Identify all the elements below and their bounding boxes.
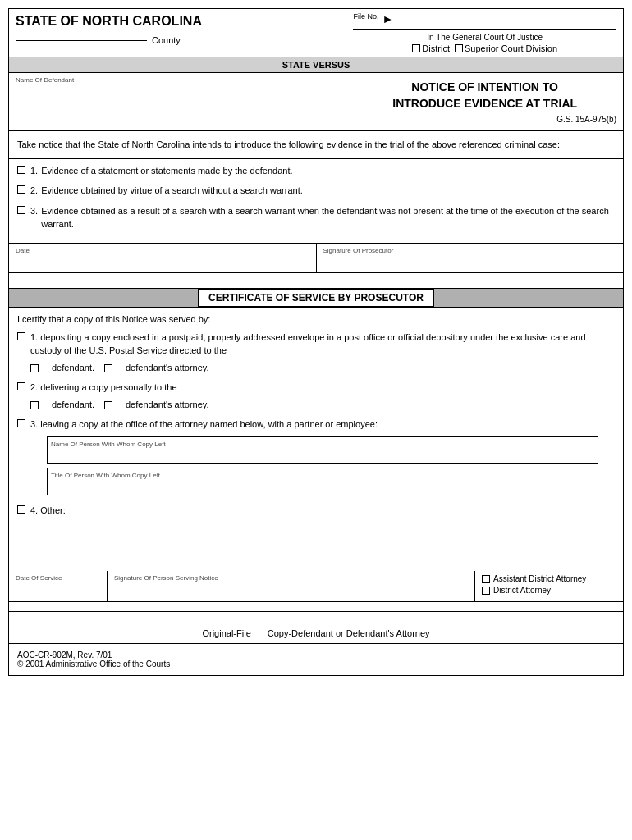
evidence-checkbox-1[interactable] <box>17 166 25 174</box>
evidence-checkbox-2[interactable] <box>17 185 25 194</box>
state-title: STATE OF NORTH CAROLINA <box>16 14 339 29</box>
district-attorney-checkbox[interactable] <box>482 587 490 595</box>
gs-ref: G.S. 15A-975(b) <box>353 115 616 124</box>
cert-1-attorney-label: defendant's attorney. <box>126 361 209 375</box>
certificate-title: CERTIFICATE OF SERVICE BY PROSECUTOR <box>198 289 434 307</box>
asst-district-attorney-label: Assistant District Attorney <box>493 574 586 583</box>
district-label: District <box>422 43 450 53</box>
cert-2-attorney-label: defendant's attorney. <box>126 398 209 412</box>
cert-1-attorney-checkbox[interactable] <box>104 364 112 372</box>
form-id: AOC-CR-902M, Rev. 7/01 <box>17 651 615 660</box>
date-of-service-label: Date Of Service <box>16 574 100 582</box>
notice-title-line2: INTRODUCE EVIDENCE AT TRIAL <box>353 96 616 112</box>
cert-side-right <box>434 289 623 307</box>
file-no-label: File No. <box>353 12 378 21</box>
asst-district-attorney-checkbox[interactable] <box>482 575 490 583</box>
arrow-icon: ► <box>382 12 393 25</box>
cert-number-2: 2. <box>30 382 38 392</box>
evidence-text-2: Evidence obtained by virtue of a search … <box>41 184 303 198</box>
notice-title-line1: NOTICE OF INTENTION TO <box>353 80 616 96</box>
cert-number-3: 3. <box>30 419 38 429</box>
county-label: County <box>152 35 181 45</box>
prosecutor-sig-label: Signature Of Prosecutor <box>323 247 617 254</box>
cert-item-1: 1. depositing a copy enclosed in a postp… <box>17 331 615 375</box>
cert-item-2: 2. delivering a copy personally to the d… <box>17 381 615 411</box>
cert-text-4: Other: <box>40 505 66 515</box>
county-line <box>16 40 147 41</box>
cert-text-3: leaving a copy at the office of the atto… <box>40 419 378 429</box>
title-field-label: Title Of Person With Whom Copy Left <box>51 471 594 481</box>
notice-body-text: Take notice that the State of North Caro… <box>17 139 560 149</box>
cert-intro: I certify that a copy of this Notice was… <box>17 314 615 324</box>
sig-person-label: Signature Of Person Serving Notice <box>114 574 468 582</box>
cert-item-3: 3. leaving a copy at the office of the a… <box>17 418 615 497</box>
cert-checkbox-2[interactable] <box>17 382 25 390</box>
cert-2-attorney-checkbox[interactable] <box>104 401 112 409</box>
cert-1-defendant-label: defendant. <box>52 361 94 375</box>
evidence-text-1: Evidence of a statement or statements ma… <box>41 164 292 178</box>
court-title: In The General Court Of Justice <box>353 33 616 42</box>
cert-checkbox-3[interactable] <box>17 419 25 427</box>
cert-checkbox-1[interactable] <box>17 332 25 340</box>
date-field-label: Date <box>16 247 309 254</box>
copy-option-defendant: Copy-Defendant or Defendant's Attorney <box>268 628 430 638</box>
evidence-number-3: 3. <box>30 204 38 218</box>
cert-checkbox-4[interactable] <box>17 505 25 514</box>
cert-2-defendant-checkbox[interactable] <box>30 401 39 409</box>
defendant-field-label: Name Of Defendant <box>16 76 339 84</box>
evidence-text-3: Evidence obtained as a result of a searc… <box>41 204 615 231</box>
certificate-header: CERTIFICATE OF SERVICE BY PROSECUTOR <box>9 288 623 308</box>
evidence-number-1: 1. <box>30 164 38 178</box>
cert-side-left <box>9 289 198 307</box>
cert-text-2: delivering a copy personally to the <box>40 382 176 392</box>
cert-item-4: 4. Other: <box>17 504 615 518</box>
cert-number-1: 1. <box>30 332 38 342</box>
evidence-checkbox-3[interactable] <box>17 206 25 214</box>
evidence-item-1: 1. Evidence of a statement or statements… <box>17 164 615 178</box>
cert-1-defendant-checkbox[interactable] <box>30 364 39 372</box>
superior-court-label: Superior Court Division <box>465 43 557 53</box>
district-checkbox[interactable] <box>412 44 420 52</box>
cert-2-defendant-label: defendant. <box>52 398 94 412</box>
cert-text-1: depositing a copy enclosed in a postpaid… <box>30 332 586 356</box>
evidence-number-2: 2. <box>30 184 38 198</box>
superior-court-checkbox[interactable] <box>455 44 463 52</box>
cert-number-4: 4. <box>30 505 38 515</box>
copy-option-original: Original-File <box>202 628 250 638</box>
evidence-item-2: 2. Evidence obtained by virtue of a sear… <box>17 184 615 198</box>
district-attorney-label: District Attorney <box>493 586 551 595</box>
copyright: © 2001 Administrative Office of the Cour… <box>17 660 615 669</box>
name-field-label: Name Of Person With Whom Copy Left <box>51 440 594 450</box>
evidence-item-3: 3. Evidence obtained as a result of a se… <box>17 204 615 231</box>
state-versus-label: STATE VERSUS <box>9 57 623 73</box>
